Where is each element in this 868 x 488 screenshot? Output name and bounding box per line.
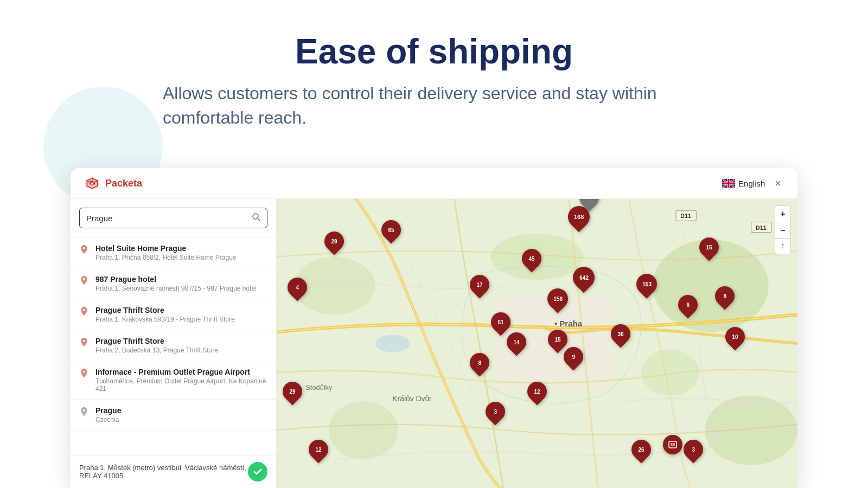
location-pin-icon [79, 245, 89, 255]
list-item[interactable]: Informace - Premium Outlet Prague Airpor… [71, 361, 276, 400]
map-pin[interactable]: 26 [631, 440, 651, 459]
map-pin[interactable]: 36 [611, 324, 630, 344]
location-info: Prague Thrift Store Praha 1, Krakovská 5… [95, 306, 267, 323]
map-pin[interactable]: 29 [324, 232, 344, 251]
map-pin[interactable]: 168 [568, 206, 590, 228]
location-pin-icon [79, 276, 89, 286]
compass-icon [779, 242, 787, 250]
search-input[interactable] [86, 214, 252, 223]
map-pin[interactable]: 642 [573, 267, 595, 288]
location-pin-icon [79, 338, 89, 348]
packeta-icon [84, 175, 101, 192]
left-panel: Hotel Suite Home Prague Praha 1, Příčná … [71, 199, 277, 488]
svg-point-29 [672, 444, 673, 445]
list-item[interactable]: Prague Thrift Store Praha 2, Budečská 13… [71, 330, 276, 361]
map-pin[interactable]: 12 [309, 440, 328, 459]
hero-section: Ease of shipping Allows customers to con… [0, 0, 868, 146]
bottom-bar: Praha 1, Můstek (metro) vestibul, Václav… [71, 455, 276, 488]
page-title: Ease of shipping [108, 33, 760, 70]
location-info: Prague Czechia [95, 406, 267, 423]
widget-header: Packeta English × [71, 168, 797, 199]
location-address: Praha 1, Příčná 658/2, Hotel Suite Home … [95, 254, 267, 261]
search-input-wrapper [79, 208, 267, 228]
map-pin[interactable]: 3 [684, 440, 703, 459]
location-info: Prague Thrift Store Praha 2, Budečská 13… [95, 337, 267, 354]
list-item[interactable]: Prague Thrift Store Praha 1, Krakovská 5… [71, 299, 276, 330]
zoom-out-button[interactable]: − [775, 222, 791, 238]
location-info: 987 Prague hotel Praha 1, Senovážné námě… [95, 275, 267, 292]
select-button[interactable] [248, 462, 267, 481]
uk-flag-icon [722, 179, 735, 188]
map-pin[interactable]: 15 [699, 237, 719, 257]
location-address: Tuchoměřice, Premium Outlet Prague Airpo… [95, 377, 267, 393]
svg-point-7 [83, 309, 85, 311]
language-label: English [738, 179, 765, 188]
list-item[interactable]: 987 Prague hotel Praha 1, Senovážné námě… [71, 268, 276, 299]
packeta-logo-text: Packeta [105, 178, 142, 189]
location-name: 987 Prague hotel [95, 275, 267, 284]
checkmark-icon [252, 466, 263, 477]
location-list: Hotel Suite Home Prague Praha 1, Příčná … [71, 237, 276, 455]
location-pin-icon [79, 369, 89, 378]
svg-point-12 [375, 335, 410, 352]
svg-text:Králův Dvůr: Králův Dvůr [392, 394, 432, 403]
location-name: Prague Thrift Store [95, 306, 267, 314]
map-pin[interactable]: 65 [381, 220, 401, 240]
svg-point-14 [705, 396, 797, 465]
language-selector[interactable]: English [722, 179, 765, 188]
map-pin[interactable]: 6 [678, 295, 698, 314]
map-controls: + − [775, 206, 791, 254]
map-pin[interactable]: 158 [547, 288, 568, 309]
location-info: Informace - Premium Outlet Prague Airpor… [95, 368, 267, 393]
map-pin[interactable]: 3 [486, 402, 505, 421]
map-pin[interactable]: 45 [522, 249, 541, 268]
widget-body: Hotel Suite Home Prague Praha 1, Příčná … [71, 199, 797, 488]
map-pin[interactable]: 29 [283, 382, 302, 401]
svg-point-5 [83, 247, 85, 249]
map-background: D11 D11 Králův Dvůr • Praha Stodůlky [277, 199, 797, 488]
packeta-logo: Packeta [84, 175, 142, 192]
location-address: Praha 2, Budečská 13, Prague Thrift Stor… [95, 346, 267, 354]
map-pin[interactable]: 9 [564, 347, 583, 367]
location-pin-icon [79, 307, 89, 317]
close-button[interactable]: × [771, 176, 784, 191]
list-item[interactable]: Prague Czechia [71, 400, 276, 431]
map-pin[interactable]: 17 [470, 275, 489, 294]
map-pin[interactable]: 12 [527, 382, 547, 401]
svg-point-9 [83, 371, 85, 373]
map-pin[interactable]: 153 [636, 274, 657, 294]
svg-point-10 [83, 409, 85, 412]
svg-text:• Praha: • Praha [554, 319, 583, 328]
location-name: Hotel Suite Home Prague [95, 244, 267, 253]
svg-line-4 [258, 219, 260, 221]
packeta-locker-icon[interactable] [663, 435, 682, 454]
svg-point-8 [83, 340, 85, 342]
svg-point-15 [329, 401, 398, 459]
location-name: Prague [95, 406, 267, 415]
map-pin[interactable]: 8 [470, 353, 489, 373]
subtitle-line1: Allows customers to control their delive… [163, 84, 657, 103]
zoom-in-button[interactable]: + [775, 206, 791, 222]
map-pin[interactable]: 15 [548, 330, 567, 349]
map-pin[interactable]: 14 [507, 332, 526, 352]
map-pin[interactable]: 8 [715, 286, 735, 306]
selected-location-address: Praha 1, Můstek (metro) vestibul, Václav… [79, 464, 248, 480]
svg-point-6 [83, 278, 85, 280]
svg-text:D11: D11 [680, 213, 691, 219]
hero-subtitle: Allows customers to control their delive… [108, 81, 760, 130]
map-pin[interactable]: 51 [491, 312, 510, 332]
location-address: Czechia [95, 416, 267, 423]
location-name: Informace - Premium Outlet Prague Airpor… [95, 368, 267, 376]
map-pin[interactable]: 4 [288, 278, 307, 297]
map-pin[interactable]: 10 [725, 327, 745, 346]
location-address: Praha 1, Senovážné náměstí 987/15 - 987 … [95, 285, 267, 292]
list-item[interactable]: Hotel Suite Home Prague Praha 1, Příčná … [71, 237, 276, 268]
map-pin-gray[interactable] [579, 199, 599, 208]
search-icon [252, 213, 260, 223]
locker-icon [667, 439, 678, 450]
svg-text:D11: D11 [756, 224, 767, 231]
reset-bearing-button[interactable] [775, 238, 791, 254]
location-name: Prague Thrift Store [95, 337, 267, 345]
header-right: English × [722, 176, 784, 191]
map-panel[interactable]: D11 D11 Králův Dvůr • Praha Stodůlky 29 … [277, 199, 797, 488]
